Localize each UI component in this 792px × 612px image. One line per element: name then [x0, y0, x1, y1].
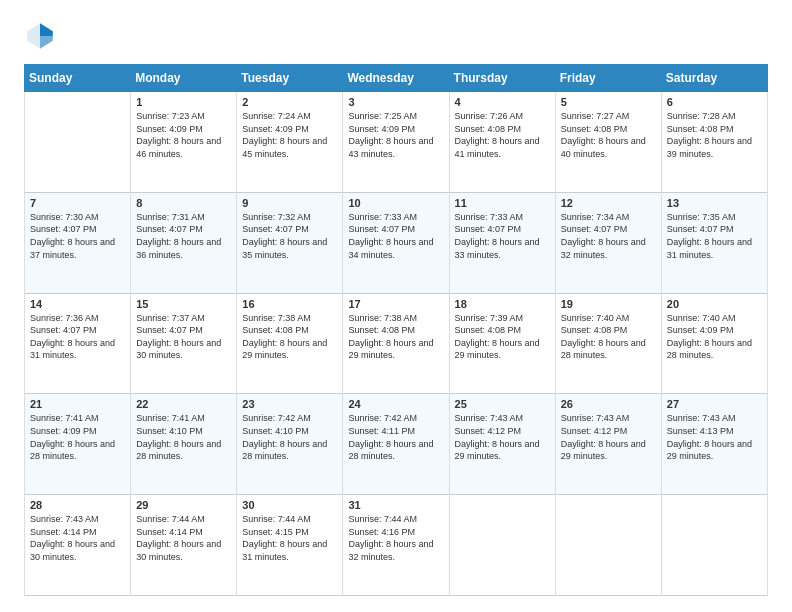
- day-info: Sunrise: 7:31 AMSunset: 4:07 PMDaylight:…: [136, 211, 231, 261]
- day-cell: 17Sunrise: 7:38 AMSunset: 4:08 PMDayligh…: [343, 293, 449, 394]
- day-info: Sunrise: 7:37 AMSunset: 4:07 PMDaylight:…: [136, 312, 231, 362]
- logo-icon: [24, 20, 56, 52]
- day-cell: 15Sunrise: 7:37 AMSunset: 4:07 PMDayligh…: [131, 293, 237, 394]
- day-info: Sunrise: 7:44 AMSunset: 4:15 PMDaylight:…: [242, 513, 337, 563]
- day-cell: 23Sunrise: 7:42 AMSunset: 4:10 PMDayligh…: [237, 394, 343, 495]
- svg-marker-2: [40, 36, 53, 49]
- day-cell: 11Sunrise: 7:33 AMSunset: 4:07 PMDayligh…: [449, 192, 555, 293]
- day-info: Sunrise: 7:26 AMSunset: 4:08 PMDaylight:…: [455, 110, 550, 160]
- day-number: 25: [455, 398, 550, 410]
- day-info: Sunrise: 7:41 AMSunset: 4:10 PMDaylight:…: [136, 412, 231, 462]
- day-info: Sunrise: 7:40 AMSunset: 4:09 PMDaylight:…: [667, 312, 762, 362]
- day-cell: 13Sunrise: 7:35 AMSunset: 4:07 PMDayligh…: [661, 192, 767, 293]
- week-row-2: 7Sunrise: 7:30 AMSunset: 4:07 PMDaylight…: [25, 192, 768, 293]
- day-cell: 14Sunrise: 7:36 AMSunset: 4:07 PMDayligh…: [25, 293, 131, 394]
- header-thursday: Thursday: [449, 65, 555, 92]
- weekday-header-row: Sunday Monday Tuesday Wednesday Thursday…: [25, 65, 768, 92]
- day-info: Sunrise: 7:44 AMSunset: 4:14 PMDaylight:…: [136, 513, 231, 563]
- day-info: Sunrise: 7:41 AMSunset: 4:09 PMDaylight:…: [30, 412, 125, 462]
- week-row-3: 14Sunrise: 7:36 AMSunset: 4:07 PMDayligh…: [25, 293, 768, 394]
- day-number: 11: [455, 197, 550, 209]
- day-number: 2: [242, 96, 337, 108]
- day-number: 5: [561, 96, 656, 108]
- day-number: 18: [455, 298, 550, 310]
- day-cell: 18Sunrise: 7:39 AMSunset: 4:08 PMDayligh…: [449, 293, 555, 394]
- day-number: 19: [561, 298, 656, 310]
- day-number: 13: [667, 197, 762, 209]
- page: Sunday Monday Tuesday Wednesday Thursday…: [0, 0, 792, 612]
- logo: [24, 20, 60, 52]
- calendar-table: Sunday Monday Tuesday Wednesday Thursday…: [24, 64, 768, 596]
- day-cell: [555, 495, 661, 596]
- day-cell: 16Sunrise: 7:38 AMSunset: 4:08 PMDayligh…: [237, 293, 343, 394]
- header-friday: Friday: [555, 65, 661, 92]
- week-row-5: 28Sunrise: 7:43 AMSunset: 4:14 PMDayligh…: [25, 495, 768, 596]
- day-info: Sunrise: 7:39 AMSunset: 4:08 PMDaylight:…: [455, 312, 550, 362]
- day-cell: 5Sunrise: 7:27 AMSunset: 4:08 PMDaylight…: [555, 92, 661, 193]
- day-info: Sunrise: 7:24 AMSunset: 4:09 PMDaylight:…: [242, 110, 337, 160]
- day-info: Sunrise: 7:40 AMSunset: 4:08 PMDaylight:…: [561, 312, 656, 362]
- day-cell: 25Sunrise: 7:43 AMSunset: 4:12 PMDayligh…: [449, 394, 555, 495]
- day-number: 6: [667, 96, 762, 108]
- day-info: Sunrise: 7:23 AMSunset: 4:09 PMDaylight:…: [136, 110, 231, 160]
- day-info: Sunrise: 7:43 AMSunset: 4:12 PMDaylight:…: [455, 412, 550, 462]
- day-info: Sunrise: 7:32 AMSunset: 4:07 PMDaylight:…: [242, 211, 337, 261]
- day-cell: 8Sunrise: 7:31 AMSunset: 4:07 PMDaylight…: [131, 192, 237, 293]
- day-number: 16: [242, 298, 337, 310]
- day-cell: 30Sunrise: 7:44 AMSunset: 4:15 PMDayligh…: [237, 495, 343, 596]
- day-info: Sunrise: 7:33 AMSunset: 4:07 PMDaylight:…: [348, 211, 443, 261]
- day-info: Sunrise: 7:36 AMSunset: 4:07 PMDaylight:…: [30, 312, 125, 362]
- day-cell: 24Sunrise: 7:42 AMSunset: 4:11 PMDayligh…: [343, 394, 449, 495]
- day-cell: 28Sunrise: 7:43 AMSunset: 4:14 PMDayligh…: [25, 495, 131, 596]
- day-cell: 2Sunrise: 7:24 AMSunset: 4:09 PMDaylight…: [237, 92, 343, 193]
- day-info: Sunrise: 7:30 AMSunset: 4:07 PMDaylight:…: [30, 211, 125, 261]
- day-cell: 22Sunrise: 7:41 AMSunset: 4:10 PMDayligh…: [131, 394, 237, 495]
- header-saturday: Saturday: [661, 65, 767, 92]
- day-number: 29: [136, 499, 231, 511]
- day-number: 7: [30, 197, 125, 209]
- day-cell: 12Sunrise: 7:34 AMSunset: 4:07 PMDayligh…: [555, 192, 661, 293]
- header-sunday: Sunday: [25, 65, 131, 92]
- day-number: 28: [30, 499, 125, 511]
- day-cell: 9Sunrise: 7:32 AMSunset: 4:07 PMDaylight…: [237, 192, 343, 293]
- day-number: 4: [455, 96, 550, 108]
- svg-marker-1: [40, 23, 53, 36]
- day-number: 24: [348, 398, 443, 410]
- week-row-1: 1Sunrise: 7:23 AMSunset: 4:09 PMDaylight…: [25, 92, 768, 193]
- header-wednesday: Wednesday: [343, 65, 449, 92]
- day-number: 1: [136, 96, 231, 108]
- day-cell: 29Sunrise: 7:44 AMSunset: 4:14 PMDayligh…: [131, 495, 237, 596]
- day-info: Sunrise: 7:38 AMSunset: 4:08 PMDaylight:…: [242, 312, 337, 362]
- day-info: Sunrise: 7:42 AMSunset: 4:10 PMDaylight:…: [242, 412, 337, 462]
- day-info: Sunrise: 7:35 AMSunset: 4:07 PMDaylight:…: [667, 211, 762, 261]
- day-cell: 31Sunrise: 7:44 AMSunset: 4:16 PMDayligh…: [343, 495, 449, 596]
- day-number: 12: [561, 197, 656, 209]
- day-number: 21: [30, 398, 125, 410]
- day-info: Sunrise: 7:27 AMSunset: 4:08 PMDaylight:…: [561, 110, 656, 160]
- day-info: Sunrise: 7:34 AMSunset: 4:07 PMDaylight:…: [561, 211, 656, 261]
- day-cell: [25, 92, 131, 193]
- day-info: Sunrise: 7:25 AMSunset: 4:09 PMDaylight:…: [348, 110, 443, 160]
- day-cell: 3Sunrise: 7:25 AMSunset: 4:09 PMDaylight…: [343, 92, 449, 193]
- day-cell: 21Sunrise: 7:41 AMSunset: 4:09 PMDayligh…: [25, 394, 131, 495]
- day-cell: 7Sunrise: 7:30 AMSunset: 4:07 PMDaylight…: [25, 192, 131, 293]
- day-info: Sunrise: 7:43 AMSunset: 4:14 PMDaylight:…: [30, 513, 125, 563]
- day-cell: 6Sunrise: 7:28 AMSunset: 4:08 PMDaylight…: [661, 92, 767, 193]
- header-monday: Monday: [131, 65, 237, 92]
- day-number: 15: [136, 298, 231, 310]
- day-info: Sunrise: 7:43 AMSunset: 4:13 PMDaylight:…: [667, 412, 762, 462]
- day-cell: 19Sunrise: 7:40 AMSunset: 4:08 PMDayligh…: [555, 293, 661, 394]
- day-info: Sunrise: 7:42 AMSunset: 4:11 PMDaylight:…: [348, 412, 443, 462]
- day-info: Sunrise: 7:43 AMSunset: 4:12 PMDaylight:…: [561, 412, 656, 462]
- day-number: 20: [667, 298, 762, 310]
- day-cell: 10Sunrise: 7:33 AMSunset: 4:07 PMDayligh…: [343, 192, 449, 293]
- day-cell: 4Sunrise: 7:26 AMSunset: 4:08 PMDaylight…: [449, 92, 555, 193]
- day-number: 9: [242, 197, 337, 209]
- day-number: 17: [348, 298, 443, 310]
- header: [24, 20, 768, 52]
- day-info: Sunrise: 7:38 AMSunset: 4:08 PMDaylight:…: [348, 312, 443, 362]
- day-cell: 20Sunrise: 7:40 AMSunset: 4:09 PMDayligh…: [661, 293, 767, 394]
- day-number: 22: [136, 398, 231, 410]
- day-cell: [449, 495, 555, 596]
- week-row-4: 21Sunrise: 7:41 AMSunset: 4:09 PMDayligh…: [25, 394, 768, 495]
